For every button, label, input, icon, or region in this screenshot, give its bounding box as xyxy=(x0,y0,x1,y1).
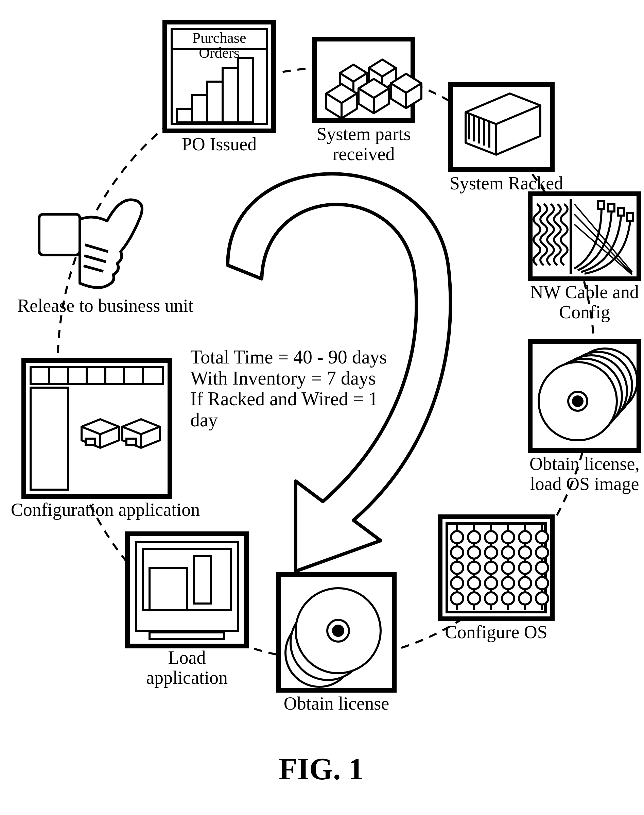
diagram-stage: Total Time = 40 - 90 days With Inventory… xyxy=(0,0,644,815)
release-label: Release to business unit xyxy=(14,296,197,316)
svg-rect-91 xyxy=(39,214,80,255)
figure-label: FIG. 1 xyxy=(279,751,363,786)
node-release xyxy=(0,0,644,815)
